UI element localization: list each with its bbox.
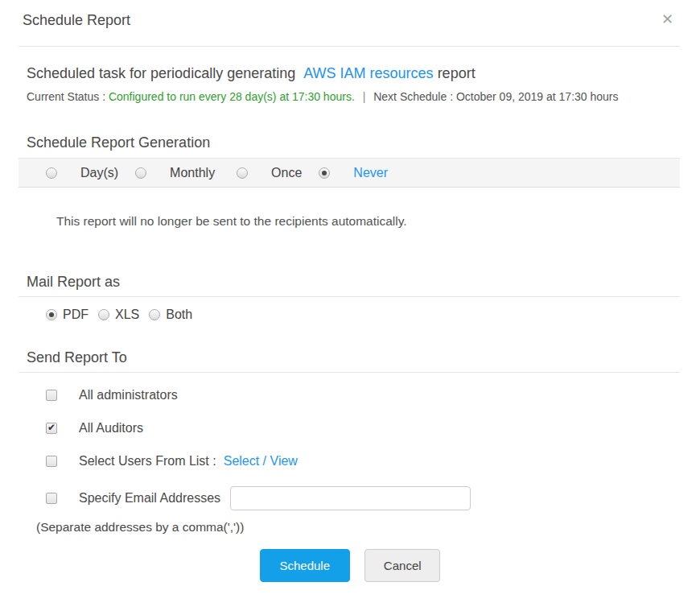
radio-days-label: Day(s) xyxy=(80,166,118,180)
schedule-report-dialog: Schedule Report ✕ Scheduled task for per… xyxy=(0,0,700,582)
section-title-generation: Schedule Report Generation xyxy=(19,134,680,159)
mail-format-group: PDF XLS Both xyxy=(46,307,700,322)
checkbox-all-auditors[interactable] xyxy=(46,423,57,434)
radio-option-never[interactable]: Never xyxy=(319,166,388,180)
never-note: This report will no longer be sent to th… xyxy=(56,214,700,229)
checkbox-row-select-users: Select Users From List : Select / View xyxy=(46,453,700,469)
schedule-frequency-group: Day(s) Monthly Once Never xyxy=(19,159,680,188)
radio-pdf-label: PDF xyxy=(63,308,89,322)
current-status-label: Current Status : xyxy=(27,90,105,103)
radio-option-once[interactable]: Once xyxy=(237,166,302,180)
specify-email-label: Specify Email Addresses xyxy=(79,491,220,506)
recipients-group: All administrators All Auditors Select U… xyxy=(46,387,700,510)
all-auditors-label: All Auditors xyxy=(79,421,143,436)
comma-hint: (Separate addresses by a comma(',')) xyxy=(36,520,700,535)
radio-never-icon[interactable] xyxy=(319,167,330,179)
radio-both-label: Both xyxy=(166,308,192,322)
intro-prefix: Scheduled task for periodically generati… xyxy=(27,65,295,81)
radio-once-icon[interactable] xyxy=(237,167,248,179)
radio-both-icon[interactable] xyxy=(149,309,160,320)
close-icon[interactable]: ✕ xyxy=(661,12,673,27)
radio-once-label: Once xyxy=(271,166,302,180)
radio-option-days[interactable]: Day(s) xyxy=(46,166,118,180)
radio-monthly-icon[interactable] xyxy=(135,167,146,179)
select-view-link[interactable]: Select / View xyxy=(224,454,298,469)
status-line: Current Status : Configured to run every… xyxy=(27,90,680,103)
radio-pdf-icon[interactable] xyxy=(46,309,57,320)
checkbox-row-specify-email: Specify Email Addresses xyxy=(46,486,700,510)
current-status-value: Configured to run every 28 day(s) at 17:… xyxy=(109,90,355,103)
report-name-link[interactable]: AWS IAM resources xyxy=(303,65,433,81)
checkbox-all-administrators[interactable] xyxy=(46,390,57,401)
radio-option-xls[interactable]: XLS xyxy=(98,308,139,322)
section-title-send-to: Send Report To xyxy=(19,349,680,373)
all-administrators-label: All administrators xyxy=(79,388,178,403)
dialog-title: Schedule Report xyxy=(23,10,680,30)
checkbox-row-all-auditors: All Auditors xyxy=(46,420,700,436)
schedule-button[interactable]: Schedule xyxy=(260,549,350,582)
section-title-mail-as: Mail Report as xyxy=(19,274,680,297)
radio-never-label: Never xyxy=(353,166,388,180)
radio-days-icon[interactable] xyxy=(46,167,57,179)
radio-option-pdf[interactable]: PDF xyxy=(46,308,89,322)
next-schedule-text: Next Schedule : October 09, 2019 at 17:3… xyxy=(373,90,618,103)
checkbox-select-users[interactable] xyxy=(46,456,57,467)
intro-suffix: report xyxy=(438,65,476,81)
radio-option-both[interactable]: Both xyxy=(149,308,192,322)
checkbox-row-all-administrators: All administrators xyxy=(46,387,700,403)
select-users-label: Select Users From List : xyxy=(79,454,216,469)
intro-sentence: Scheduled task for periodically generati… xyxy=(27,65,680,82)
radio-xls-label: XLS xyxy=(115,308,139,322)
radio-option-monthly[interactable]: Monthly xyxy=(135,166,220,180)
dialog-header: Schedule Report ✕ xyxy=(19,0,680,47)
radio-monthly-label: Monthly xyxy=(170,166,220,180)
status-separator: | xyxy=(363,90,366,103)
dialog-actions: Schedule Cancel xyxy=(0,549,700,582)
checkbox-specify-email[interactable] xyxy=(46,493,57,504)
email-addresses-input[interactable] xyxy=(230,486,471,510)
cancel-button[interactable]: Cancel xyxy=(364,549,440,582)
radio-xls-icon[interactable] xyxy=(98,309,109,320)
